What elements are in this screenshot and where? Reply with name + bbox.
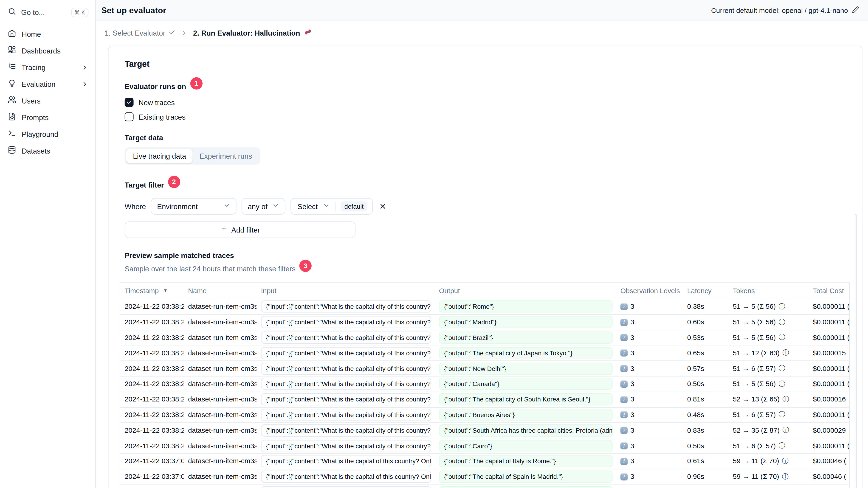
sidebar-item-users[interactable]: Users <box>8 92 88 109</box>
input-preview[interactable]: {"input":[{"content":"What is the capita… <box>261 470 431 483</box>
input-preview[interactable]: {"input":[{"content":"What is the capita… <box>261 331 431 344</box>
tab-experiment-runs[interactable]: Experiment runs <box>193 149 259 163</box>
column-header-timestamp[interactable]: Timestamp▼ <box>120 287 184 294</box>
info-emoji-icon: i <box>620 380 628 388</box>
input-preview[interactable]: {"input":[{"content":"What is the capita… <box>261 362 431 375</box>
cell-observation-levels: i3 <box>616 395 683 403</box>
table-row[interactable]: 2024-11-22 03:38:21dataset-run-item-cm3s… <box>120 438 849 454</box>
input-preview[interactable]: {"input":[{"content":"What is the capita… <box>261 409 431 421</box>
sidebar-item-tracing[interactable]: Tracing <box>8 59 88 76</box>
cell-total-cost: $0.000011 ( <box>808 318 849 326</box>
cell-input: {"input":[{"content":"What is the capita… <box>256 486 434 488</box>
output-preview[interactable]: {"output":"South Africa has three capita… <box>439 424 613 436</box>
checkbox-new-traces[interactable]: New traces <box>125 98 848 107</box>
input-preview[interactable]: {"input":[{"content":"What is the capita… <box>261 378 431 390</box>
filter-operator-select[interactable]: any of <box>242 198 285 215</box>
sidebar-item-home[interactable]: Home <box>8 26 88 42</box>
table-row[interactable]: 2024-11-22 03:38:22dataset-run-item-cm3s… <box>120 423 849 438</box>
cell-total-cost: $0.000011 ( <box>808 365 849 372</box>
output-preview[interactable]: {"output":"Rome"} <box>439 300 613 313</box>
cell-tokens: 52 → 13 (Σ 65) ⓘ <box>728 395 808 404</box>
cell-name: dataset-run-item-cm3s4 <box>184 426 256 434</box>
info-emoji-icon: i <box>620 319 628 326</box>
table-row[interactable]: 2024-11-22 03:37:03dataset-run-item-cm3s… <box>120 454 849 469</box>
info-emoji-icon: i <box>620 349 628 357</box>
input-preview[interactable]: {"input":[{"content":"What is the capita… <box>261 455 431 467</box>
table-row[interactable]: 2024-11-22 03:38:28dataset-run-item-cm3s… <box>120 299 849 315</box>
cell-timestamp: 2024-11-22 03:38:28 <box>120 318 184 326</box>
output-preview[interactable]: {"output":"Brazil"} <box>439 331 613 344</box>
filter-value-select[interactable]: Select default <box>290 198 373 215</box>
cell-output: {"output":"Rome"} <box>434 300 616 313</box>
input-preview[interactable]: {"input":[{"content":"What is the capita… <box>261 486 431 488</box>
column-header-input[interactable]: Input <box>256 287 434 294</box>
tab-live-tracing-data[interactable]: Live tracing data <box>126 149 193 163</box>
cell-name: dataset-run-item-cm3s4 <box>184 303 256 311</box>
checkbox-box[interactable] <box>125 98 134 107</box>
sidebar-item-datasets[interactable]: Datasets <box>8 142 88 159</box>
table-row[interactable]: 2024-11-22 03:38:24dataset-run-item-cm3s… <box>120 392 849 408</box>
cell-observation-levels: i3 <box>616 334 683 341</box>
edit-model-button[interactable] <box>852 6 859 15</box>
chevron-down-icon <box>272 202 279 211</box>
output-preview[interactable]: {"output":"The capital of Spain is Madri… <box>439 470 613 483</box>
step-select-evaluator[interactable]: 1. Select Evaluator <box>105 29 176 37</box>
output-preview[interactable]: {"output":"Madrid"} <box>439 316 613 328</box>
table-row[interactable]: 2024-11-22 03:37:02dataset-run-item-cm3s… <box>120 469 849 485</box>
output-preview[interactable]: {"output":"The capital of Italy is Rome.… <box>439 455 613 467</box>
table-header-row: Timestamp▼NameInputOutputObservation Lev… <box>120 283 849 299</box>
goto-search[interactable]: Go to... ⌘ K <box>8 7 88 18</box>
input-preview[interactable]: {"input":[{"content":"What is the capita… <box>261 393 431 405</box>
cell-observation-levels: i3 <box>616 365 683 372</box>
info-icon: ⓘ <box>778 441 785 451</box>
filter-column-select[interactable]: Environment <box>151 198 237 215</box>
table-row[interactable]: 2024-11-22 03:38:27dataset-run-item-cm3s… <box>120 330 849 346</box>
output-preview[interactable]: {"output":"New Delhi"} <box>439 362 613 375</box>
remove-filter-button[interactable] <box>379 202 387 210</box>
playground-icon <box>8 129 16 139</box>
table-row[interactable]: 2024-11-22 03:38:28dataset-run-item-cm3s… <box>120 315 849 330</box>
output-preview[interactable]: {"output":"The capital city of Japan is … <box>439 347 613 359</box>
tracing-icon <box>8 62 16 72</box>
column-header-output[interactable]: Output <box>434 287 616 294</box>
page: Go to... ⌘ K Home Dashboards Tracing Eva… <box>0 0 868 488</box>
column-header-observation-levels[interactable]: Observation Levels <box>616 287 683 294</box>
output-preview[interactable]: {"output":"Canada"} <box>439 378 613 390</box>
table-row[interactable]: 2024-11-22 03:38:26dataset-run-item-cm3s… <box>120 346 849 361</box>
column-header-total-cost[interactable]: Total Cost <box>808 287 849 294</box>
input-preview[interactable]: {"input":[{"content":"What is the capita… <box>261 440 431 452</box>
input-preview[interactable]: {"input":[{"content":"What is the capita… <box>261 300 431 313</box>
cell-timestamp: 2024-11-22 03:37:03 <box>120 457 184 465</box>
info-icon: ⓘ <box>782 349 789 358</box>
scrollbar[interactable] <box>855 214 857 488</box>
column-header-latency[interactable]: Latency <box>683 287 728 294</box>
add-filter-button[interactable]: Add filter <box>125 221 356 238</box>
checkbox-existing-traces[interactable]: Existing traces <box>125 112 848 121</box>
output-preview[interactable]: {"output":"Cairo"} <box>439 440 613 452</box>
checkbox-box[interactable] <box>125 112 134 121</box>
input-preview[interactable]: {"input":[{"content":"What is the capita… <box>261 424 431 436</box>
output-preview[interactable]: {"output":"Buenos Aires"} <box>439 409 613 421</box>
cell-input: {"input":[{"content":"What is the capita… <box>256 378 434 390</box>
cell-latency: 0.50s <box>683 380 728 388</box>
column-header-tokens[interactable]: Tokens <box>728 287 808 294</box>
sidebar-item-dashboards[interactable]: Dashboards <box>8 42 88 59</box>
shortcut-badge: ⌘ K <box>71 7 88 17</box>
column-header-name[interactable]: Name <box>184 287 256 294</box>
output-preview[interactable]: {"output":"The capital of Brazil is Bras… <box>439 486 613 488</box>
checkbox-label: Existing traces <box>138 113 186 121</box>
table-row[interactable]: 2024-11-22 03:38:23dataset-run-item-cm3s… <box>120 408 849 423</box>
cell-tokens: 51 → 5 (Σ 56) ⓘ <box>728 302 808 311</box>
sidebar-item-label: Prompts <box>22 113 49 122</box>
table-row[interactable]: 2024-11-22 03:37:01dataset-run-item-cm3s… <box>120 485 849 488</box>
sidebar-item-prompts[interactable]: Prompts <box>8 109 88 126</box>
output-preview[interactable]: {"output":"The capital city of South Kor… <box>439 393 613 405</box>
table-row[interactable]: 2024-11-22 03:38:25dataset-run-item-cm3s… <box>120 377 849 392</box>
input-preview[interactable]: {"input":[{"content":"What is the capita… <box>261 316 431 328</box>
cell-latency: 0.61s <box>683 457 728 465</box>
sidebar-item-playground[interactable]: Playground <box>8 126 88 142</box>
info-icon: ⓘ <box>778 302 785 311</box>
input-preview[interactable]: {"input":[{"content":"What is the capita… <box>261 347 431 359</box>
table-row[interactable]: 2024-11-22 03:38:26dataset-run-item-cm3s… <box>120 361 849 377</box>
sidebar-item-evaluation[interactable]: Evaluation <box>8 76 88 93</box>
